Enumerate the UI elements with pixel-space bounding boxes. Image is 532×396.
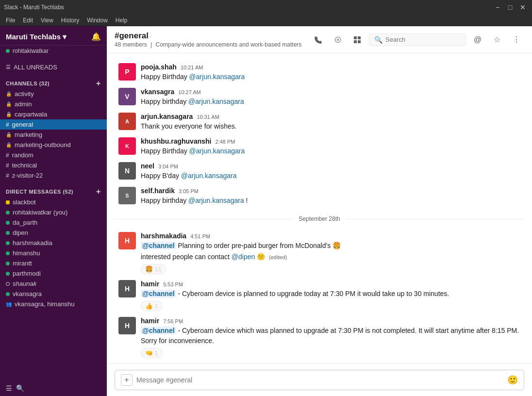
search-icon: 🔍 [374,36,382,44]
message-header: harshmakadia 4:51 PM [141,232,520,240]
message-input[interactable] [136,376,503,384]
channel-name: #general [115,31,305,41]
dm-himanshu-label: himanshu [13,249,40,257]
menu-help[interactable]: Help [112,16,132,25]
filter-icon[interactable]: ☰ [6,384,12,392]
channel-random-label: random [12,151,33,159]
message-time: 3:04 PM [158,164,178,169]
date-divider-label: September 28th [299,215,340,222]
message-text: Happy Birthday @arjun.kansagara [141,72,520,82]
phone-button[interactable] [311,32,326,48]
sidebar-item-shaunak[interactable]: shaunak [0,279,107,289]
minimize-button[interactable]: − [492,2,503,13]
channel-mention: @channel [141,327,176,334]
message-content: khushbu.raghuvanshi 2:48 PM Happy Birthd… [141,137,520,156]
star-button[interactable]: ☆ [489,32,505,48]
dm-header[interactable]: DIRECT MESSAGES (52) + [0,186,107,197]
svg-rect-3 [358,40,361,43]
maximize-button[interactable]: □ [505,2,515,13]
sidebar-item-dipen[interactable]: dipen [0,228,107,238]
message-author: self.hardik [141,187,175,195]
channel-carpartwala-label: carpartwala [15,111,47,118]
sidebar: Maruti Techlabs ▾ 🔔 rohitakiwatkar ☰ ALL… [0,26,107,396]
online-dot [6,221,10,225]
message-text: @channel - Cyberoam device is planned to… [141,289,520,299]
message-content: neel 3:04 PM Happy B'day @arjun.kansagar… [141,162,520,181]
message-row: A arjun.kansagara 10:31 AM Thank you eve… [115,111,524,133]
mention: @arjun.kansagara [181,172,237,180]
menu-history[interactable]: History [57,16,83,25]
sidebar-item-mirantt[interactable]: mirantt [0,258,107,268]
message-header: hamir 7:56 PM [141,317,520,325]
search-input[interactable] [385,36,461,43]
attach-button[interactable]: + [121,374,133,386]
sidebar-item-all-unreads[interactable]: ☰ ALL UNREADS [0,62,107,72]
message-author: harshmakadia [141,232,186,240]
message-time: 10:21 AM [181,65,203,70]
settings-button[interactable] [330,32,346,48]
menu-view[interactable]: View [37,16,57,25]
bell-icon[interactable]: 🔔 [91,32,101,41]
sidebar-item-marketing-outbound[interactable]: 🔒 marketing-outbound [0,140,107,150]
sidebar-item-vkansagra-himanshu[interactable]: 👥 vkansagra, himanshu [0,299,107,309]
sidebar-item-activity[interactable]: 🔒 activity [0,89,107,99]
menu-file[interactable]: File [2,16,19,25]
add-dm-button[interactable]: + [94,187,103,196]
message-row: H hamir 5:53 PM @channel - Cyberoam devi… [115,278,524,313]
online-status-dot [6,49,10,53]
direct-messages-section: DIRECT MESSAGES (52) + slackbot rohitaki… [0,182,107,311]
message-time: 10:27 AM [178,89,200,95]
sidebar-item-rohitakiwatkar[interactable]: rohitakiwatkar (you) [0,207,107,217]
at-button[interactable]: @ [470,32,485,48]
sidebar-item-technical[interactable]: # technical [0,160,107,170]
message-header: neel 3:04 PM [141,162,520,170]
lock-icon: 🔒 [6,142,12,148]
avatar: H [118,317,136,334]
workspace-name[interactable]: Maruti Techlabs ▾ [6,33,66,41]
channels-header[interactable]: CHANNELS (32) + [0,78,107,89]
close-button[interactable]: ✕ [517,2,528,13]
sidebar-item-harshmakadia[interactable]: harshmakadia [0,238,107,248]
dm-slackbot-label: slackbot [13,198,36,206]
menu-edit[interactable]: Edit [19,16,37,25]
reaction-button[interactable]: 👍 1 [141,301,163,311]
messages-area: P pooja.shah 10:21 AM Happy Birthday @ar… [107,53,532,363]
sidebar-footer: ☰ 🔍 [0,380,107,396]
reaction-button[interactable]: 🍔 11 [141,264,166,274]
sidebar-item-himanshu[interactable]: himanshu [0,248,107,258]
search-icon[interactable]: 🔍 [16,384,24,392]
sidebar-item-carpartwala[interactable]: 🔒 carpartwala [0,109,107,119]
sidebar-item-vkansagra[interactable]: vkansagra [0,289,107,299]
menu-window[interactable]: Window [83,16,112,25]
sidebar-item-slackbot[interactable]: slackbot [0,197,107,207]
message-header: vkansagra 10:27 AM [141,88,520,96]
sidebar-item-marketing[interactable]: 🔒 marketing [0,130,107,140]
more-button[interactable]: ⋮ [509,32,524,48]
channel-marketing-label: marketing [15,131,42,138]
message-author: arjun.kansagara [141,113,193,120]
add-channel-button[interactable]: + [94,79,103,88]
sidebar-item-general[interactable]: # general [0,119,107,130]
message-content: hamir 7:56 PM @channel - Cyberoam device… [141,317,520,358]
channel-meta: 48 members | Company-wide announcements … [115,41,305,48]
sidebar-item-admin[interactable]: 🔒 admin [0,99,107,109]
user-status: rohitakiwatkar [0,46,107,58]
avatar: H [118,280,136,297]
message-text: Happy birthday @arjun.kansagara ! [141,196,520,206]
message-content: hamir 5:53 PM @channel - Cyberoam device… [141,280,520,311]
message-text-line2: interested people can contact @dipen 😕 (… [141,252,520,262]
sidebar-item-parthmodi[interactable]: parthmodi [0,268,107,279]
current-user-name: rohitakiwatkar [13,48,49,54]
layout-button[interactable] [349,32,365,48]
reaction-button[interactable]: 🤜 1 [141,348,163,358]
message-header: arjun.kansagara 10:31 AM [141,113,520,120]
sidebar-item-random[interactable]: # random [0,150,107,160]
message-content: self.hardik 3:05 PM Happy birthday @arju… [141,187,520,206]
sidebar-item-da-parth[interactable]: da_parth [0,217,107,228]
emoji-button[interactable]: 🙂 [507,375,518,385]
message-text: Thank you everyone for wishes. [141,121,520,132]
all-unreads-label: ALL UNREADS [14,64,57,71]
message-author: hamir [141,317,159,325]
online-dot [6,292,10,296]
sidebar-item-z-visitor-22[interactable]: # z-visitor-22 [0,170,107,181]
